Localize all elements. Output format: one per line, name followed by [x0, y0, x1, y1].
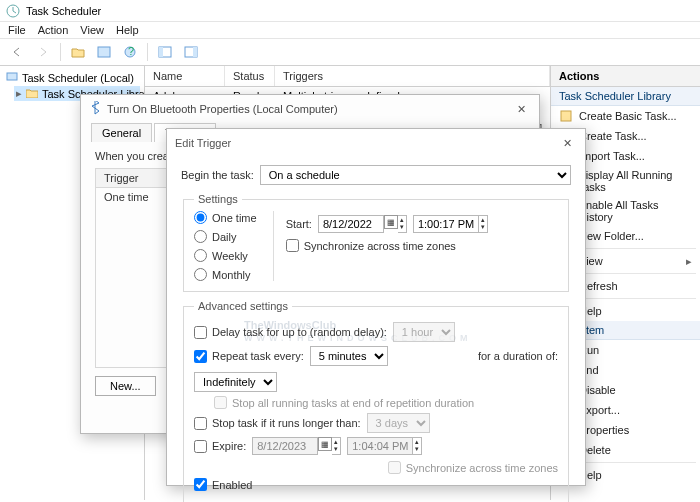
- enabled-checkbox[interactable]: Enabled: [194, 478, 252, 491]
- back-button[interactable]: [6, 42, 28, 62]
- radio-one-time[interactable]: One time: [194, 211, 257, 224]
- svg-rect-7: [193, 47, 197, 57]
- chevron-right-icon: ▸: [686, 255, 692, 268]
- task-basic-icon: [559, 109, 573, 123]
- duration-label: for a duration of:: [478, 350, 558, 362]
- start-label: Start:: [286, 218, 312, 230]
- advanced-fieldset: Advanced settings Delay task for up to (…: [183, 300, 569, 502]
- edit-trigger-dialog: Edit Trigger ✕ Begin the task: On a sche…: [166, 128, 586, 486]
- tree-root-label: Task Scheduler (Local): [22, 72, 134, 84]
- clock-icon: [6, 4, 20, 18]
- calendar-icon[interactable]: ▦: [384, 215, 398, 229]
- action-create-basic[interactable]: Create Basic Task...: [551, 106, 700, 126]
- task-list-header: Name Status Triggers: [145, 66, 550, 87]
- svg-rect-8: [7, 73, 17, 80]
- panel2-icon[interactable]: [154, 42, 176, 62]
- repeat-select[interactable]: 5 minutes: [310, 346, 388, 366]
- expand-icon[interactable]: ▸: [16, 87, 22, 100]
- folder-icon[interactable]: [67, 42, 89, 62]
- svg-rect-5: [159, 47, 163, 57]
- app-title: Task Scheduler: [26, 5, 101, 17]
- forward-button[interactable]: [32, 42, 54, 62]
- begin-task-select[interactable]: On a schedule: [260, 165, 571, 185]
- svg-rect-9: [561, 111, 571, 121]
- radio-monthly[interactable]: Monthly: [194, 268, 257, 281]
- panel3-icon[interactable]: [180, 42, 202, 62]
- actions-header: Actions: [551, 66, 700, 87]
- repeat-checkbox[interactable]: Repeat task every:: [194, 350, 304, 363]
- svg-rect-1: [98, 47, 110, 57]
- stop-longer-select: 3 days: [367, 413, 430, 433]
- start-date-field[interactable]: ▦▴▾: [318, 215, 407, 233]
- expire-date-field: ▦▴▾: [252, 437, 341, 455]
- sync-tz-checkbox[interactable]: Synchronize across time zones: [286, 239, 456, 252]
- settings-legend: Settings: [194, 193, 242, 205]
- new-trigger-button[interactable]: New...: [95, 376, 156, 396]
- edit-trigger-title: Edit Trigger: [175, 137, 231, 149]
- delay-select: 1 hour: [393, 322, 455, 342]
- bluetooth-icon: [89, 101, 101, 117]
- delay-checkbox[interactable]: Delay task for up to (random delay):: [194, 326, 387, 339]
- toolbar: ?: [0, 39, 700, 66]
- stop-all-checkbox: Stop all running tasks at end of repetit…: [214, 396, 474, 409]
- radio-daily[interactable]: Daily: [194, 230, 257, 243]
- sync-tz2-checkbox: Synchronize across time zones: [388, 461, 558, 474]
- col-triggers[interactable]: Triggers: [275, 66, 550, 86]
- computer-icon: [6, 71, 18, 85]
- radio-weekly[interactable]: Weekly: [194, 249, 257, 262]
- close-icon[interactable]: ✕: [557, 133, 577, 153]
- svg-text:?: ?: [128, 46, 134, 57]
- advanced-legend: Advanced settings: [194, 300, 292, 312]
- menu-view[interactable]: View: [80, 24, 104, 36]
- help-icon[interactable]: ?: [119, 42, 141, 62]
- tree-root[interactable]: Task Scheduler (Local): [4, 70, 140, 86]
- menu-file[interactable]: File: [8, 24, 26, 36]
- col-name[interactable]: Name: [145, 66, 225, 86]
- stop-longer-checkbox[interactable]: Stop task if it runs longer than:: [194, 417, 361, 430]
- folder-icon: [26, 88, 38, 100]
- close-icon[interactable]: ✕: [511, 99, 531, 119]
- menubar: File Action View Help: [0, 22, 700, 39]
- tab-general[interactable]: General: [91, 123, 152, 142]
- menu-action[interactable]: Action: [38, 24, 69, 36]
- col-status[interactable]: Status: [225, 66, 275, 86]
- expire-time-field: ▴▾: [347, 437, 422, 455]
- settings-fieldset: Settings One time Daily Weekly Monthly S…: [183, 193, 569, 292]
- duration-select[interactable]: Indefinitely: [194, 372, 277, 392]
- calendar-icon: ▦: [318, 437, 332, 451]
- start-time-field[interactable]: ▴▾: [413, 215, 488, 233]
- menu-help[interactable]: Help: [116, 24, 139, 36]
- actions-section-library: Task Scheduler Library: [551, 87, 700, 106]
- panel1-icon[interactable]: [93, 42, 115, 62]
- expire-checkbox[interactable]: Expire:: [194, 440, 246, 453]
- properties-title: Turn On Bluetooth Properties (Local Comp…: [107, 103, 338, 115]
- app-titlebar: Task Scheduler: [0, 0, 700, 22]
- begin-task-label: Begin the task:: [181, 169, 254, 181]
